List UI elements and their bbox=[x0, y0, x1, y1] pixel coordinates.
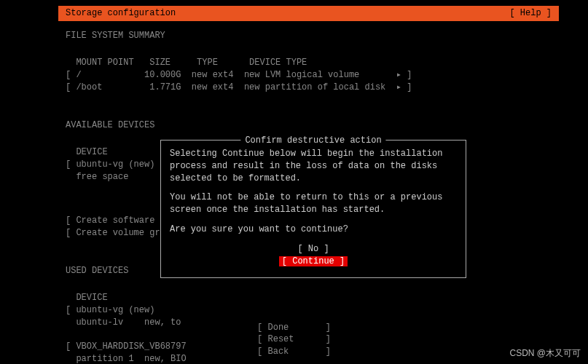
dialog-title: Confirm destructive action bbox=[240, 135, 385, 147]
used-disk-row[interactable]: [ VBOX_HARDDISK_VB68797 bbox=[66, 341, 187, 352]
dialog-text: You will not be able to return to this o… bbox=[170, 191, 457, 216]
used-part-row: partition 1 new, BIO bbox=[66, 354, 187, 364]
dialog-text: Are you sure you want to continue? bbox=[170, 223, 457, 236]
footer-buttons: [ Done ] [ Reset ] [ Back ] bbox=[257, 309, 331, 358]
used-lv-row: ubuntu-lv new, to bbox=[66, 317, 181, 328]
col-device: DEVICE bbox=[76, 147, 107, 157]
header-bar: Storage configuration [ Help ] bbox=[58, 6, 559, 21]
fs-row[interactable]: [ /boot 1.771G new ext4 new partition of… bbox=[66, 82, 412, 92]
no-button[interactable]: [ No ] bbox=[297, 244, 329, 254]
fs-row[interactable]: [ / 10.000G new ext4 new LVM logical vol… bbox=[66, 70, 412, 80]
col-type: TYPE bbox=[197, 58, 218, 68]
continue-button[interactable]: [ Continue ] bbox=[279, 256, 348, 266]
done-button[interactable]: [ Done ] bbox=[257, 323, 331, 333]
confirm-dialog: Confirm destructive action Selecting Con… bbox=[160, 140, 466, 278]
page-title: Storage configuration bbox=[66, 7, 176, 20]
dialog-text: Selecting Continue below will begin the … bbox=[170, 148, 457, 184]
help-button[interactable]: [ Help ] bbox=[509, 7, 552, 20]
col-device: DEVICE bbox=[76, 293, 107, 303]
watermark: CSDN @木又可可 bbox=[509, 347, 581, 360]
file-system-summary-title: FILE SYSTEM SUMMARY bbox=[66, 30, 522, 42]
used-vg-row[interactable]: [ ubuntu-vg (new) bbox=[66, 305, 154, 315]
col-size: SIZE bbox=[149, 58, 170, 68]
col-mount: MOUNT POINT bbox=[76, 58, 133, 68]
available-devices-title: AVAILABLE DEVICES bbox=[66, 119, 522, 132]
chevron-right-icon: ▸ bbox=[396, 82, 401, 92]
chevron-right-icon: ▸ bbox=[396, 70, 401, 80]
back-button[interactable]: [ Back ] bbox=[257, 347, 331, 357]
col-devtype: DEVICE TYPE bbox=[249, 58, 307, 68]
file-system-summary-table: MOUNT POINT SIZE TYPE DEVICE TYPE [ / 10… bbox=[66, 45, 522, 106]
reset-button[interactable]: [ Reset ] bbox=[257, 334, 331, 344]
